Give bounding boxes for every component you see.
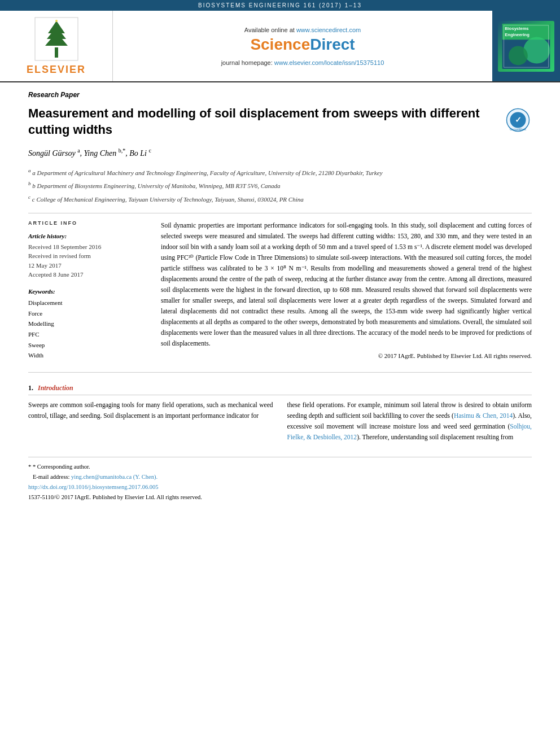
article-history-label: Article history: bbox=[28, 233, 147, 239]
divider-1 bbox=[28, 213, 532, 213]
footnote-doi-line: http://dx.doi.org/10.1016/j.biosystemsen… bbox=[28, 482, 532, 492]
footnote-issn-line: 1537-5110/© 2017 IAgrE. Published by Els… bbox=[28, 492, 532, 503]
title-section: Measurement and modelling of soil displa… bbox=[28, 106, 532, 138]
elsevier-logo: ELSEVIER bbox=[27, 16, 86, 76]
doi-link[interactable]: http://dx.doi.org/10.1016/j.biosystemsen… bbox=[28, 484, 159, 490]
introduction-columns: Sweeps are common soil-engaging tools fo… bbox=[28, 400, 532, 443]
affiliation-a: a a Department of Agricultural Machinery… bbox=[28, 167, 532, 178]
revised-label: Received in revised form bbox=[28, 251, 147, 261]
crossmark-badge[interactable]: ✓ CrossMark bbox=[504, 106, 532, 134]
affiliation-c: c c College of Mechanical Engineering, T… bbox=[28, 193, 532, 204]
article-title: Measurement and modelling of soil displa… bbox=[28, 106, 495, 138]
affiliations: a a Department of Agricultural Machinery… bbox=[28, 167, 532, 204]
article-info-column: ARTICLE INFO Article history: Received 1… bbox=[28, 220, 147, 361]
sciencedirect-logo: ScienceDirect bbox=[250, 36, 355, 54]
journal-bar: BIOSYSTEMS ENGINEERING 161 (2017) 1–13 bbox=[0, 0, 560, 11]
ref-hasimu-chen[interactable]: Hasimu & Chen, 2014 bbox=[454, 412, 513, 419]
svg-text:Engineering: Engineering bbox=[505, 32, 530, 37]
journal-cover-image: Biosystems Engineering bbox=[498, 21, 554, 72]
ref-solhjou[interactable]: Solhjou, Fielke, & Desbiolles, 2012 bbox=[287, 423, 532, 440]
email-link[interactable]: ying.chen@umanitoba.ca (Y. Chen). bbox=[71, 474, 158, 480]
journal-homepage-url[interactable]: www.elsevier.com/locate/issn/15375110 bbox=[274, 59, 384, 66]
svg-point-9 bbox=[523, 37, 550, 63]
article-info-header: ARTICLE INFO bbox=[28, 220, 147, 226]
content-wrapper: Research Paper Measurement and modelling… bbox=[0, 82, 560, 513]
copyright-line: © 2017 IAgrE. Published by Elsevier Ltd.… bbox=[161, 352, 532, 359]
bottom-section: 1. Introduction Sweeps are common soil-e… bbox=[28, 384, 532, 443]
svg-point-6 bbox=[55, 20, 58, 22]
svg-text:✓: ✓ bbox=[514, 115, 521, 124]
section-1-number: 1. bbox=[28, 384, 33, 392]
svg-rect-2 bbox=[55, 47, 58, 58]
crossmark-icon: ✓ CrossMark bbox=[505, 107, 531, 133]
revised-date: 12 May 2017 bbox=[28, 261, 147, 270]
footnote-email-line: E-mail address: ying.chen@umanitoba.ca (… bbox=[28, 472, 532, 482]
keyword-pfc: PFC bbox=[28, 329, 147, 340]
abstract-column: Soil dynamic properties are important pe… bbox=[161, 220, 532, 361]
sciencedirect-url[interactable]: www.sciencedirect.com bbox=[296, 27, 361, 33]
keywords-section: Keywords: Displacement Force Modelling P… bbox=[28, 288, 147, 361]
available-online-text: Available online at www.sciencedirect.co… bbox=[244, 27, 361, 33]
section-1-title: Introduction bbox=[38, 384, 73, 392]
footnote-corresponding: * * Corresponding author. bbox=[28, 462, 532, 472]
elsevier-wordmark: ELSEVIER bbox=[27, 64, 86, 76]
authors-line: Songül Gürsoy a, Ying Chen b,*, Bo Li c bbox=[28, 146, 532, 160]
intro-col2-text: these field operations. For example, min… bbox=[287, 401, 532, 440]
elsevier-tree-icon bbox=[34, 16, 79, 62]
sciencedirect-section: Available online at www.sciencedirect.co… bbox=[113, 11, 492, 81]
svg-point-10 bbox=[509, 46, 528, 65]
keyword-modelling: Modelling bbox=[28, 318, 147, 329]
journal-cover-section: Biosystems Engineering bbox=[492, 11, 560, 81]
article-info-abstract: ARTICLE INFO Article history: Received 1… bbox=[28, 220, 532, 361]
keyword-force: Force bbox=[28, 308, 147, 319]
intro-col-right: these field operations. For example, min… bbox=[287, 400, 532, 443]
divider-2 bbox=[28, 372, 532, 373]
keyword-displacement: Displacement bbox=[28, 298, 147, 308]
keywords-label: Keywords: bbox=[28, 288, 147, 295]
journal-bar-text: BIOSYSTEMS ENGINEERING 161 (2017) 1–13 bbox=[198, 2, 362, 8]
article-category: Research Paper bbox=[28, 91, 532, 99]
header-section: ELSEVIER Available online at www.science… bbox=[0, 11, 560, 82]
keyword-width: Width bbox=[28, 350, 147, 361]
abstract-text: Soil dynamic properties are important pe… bbox=[161, 220, 532, 349]
keyword-sweep: Sweep bbox=[28, 340, 147, 351]
accepted-date: Accepted 8 June 2017 bbox=[28, 270, 147, 279]
journal-homepage: journal homepage: www.elsevier.com/locat… bbox=[221, 59, 384, 66]
svg-text:CrossMark: CrossMark bbox=[509, 128, 526, 131]
intro-col-left: Sweeps are common soil-engaging tools fo… bbox=[28, 400, 273, 443]
received-date: Received 18 September 2016 bbox=[28, 242, 147, 252]
section-1-header: 1. Introduction bbox=[28, 384, 532, 395]
footnote-area: * * Corresponding author. E-mail address… bbox=[28, 457, 532, 502]
elsevier-logo-section: ELSEVIER bbox=[0, 11, 113, 81]
svg-text:Biosystems: Biosystems bbox=[505, 26, 528, 31]
affiliation-b: b b Department of Biosystems Engineering… bbox=[28, 180, 532, 191]
